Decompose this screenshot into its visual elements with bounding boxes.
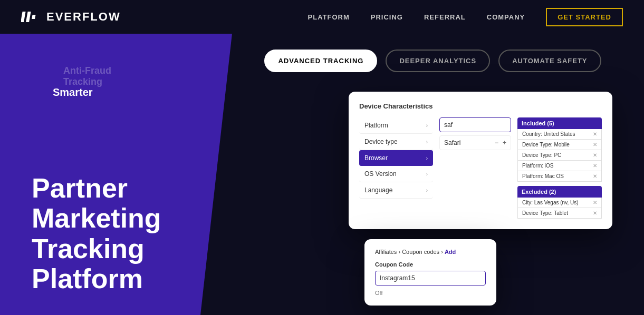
tag-city-vegas: City: Las Vegas (nv, Us) ✕	[517, 198, 602, 208]
excluded-header: Excluded (2)	[517, 186, 602, 198]
navbar: EVERFLOW PLATFORM PRICING REFERRAL COMPA…	[0, 0, 644, 34]
remove-tag-tablet[interactable]: ✕	[593, 210, 597, 216]
left-panel: Platform › Device type › Browser › OS Ve…	[359, 117, 433, 219]
get-started-button[interactable]: GET STARTED	[546, 8, 623, 26]
plus-icon[interactable]: +	[503, 139, 506, 146]
included-header: Included (5)	[517, 117, 602, 129]
card-title: Device Characteristics	[359, 102, 602, 110]
result-safari[interactable]: Safari − +	[439, 135, 511, 150]
card-body: Platform › Device type › Browser › OS Ve…	[359, 117, 602, 219]
remove-tag-pc[interactable]: ✕	[593, 152, 597, 158]
tab-automate-safety[interactable]: AUTOMATE SAFETY	[498, 50, 601, 72]
tag-device-tablet: Device Type: Tablet ✕	[517, 208, 602, 219]
list-item-platform[interactable]: Platform ›	[359, 117, 433, 134]
result-controls: − +	[495, 139, 506, 146]
tag-device-pc: Device Type: PC ✕	[517, 150, 602, 161]
right-panel: Included (5) Country: United States ✕ De…	[517, 117, 602, 219]
list-item-os-version[interactable]: OS Version ›	[359, 166, 433, 182]
nav-platform[interactable]: PLATFORM	[308, 13, 350, 21]
off-label: Off	[375, 290, 486, 296]
chevron-icon: ›	[426, 139, 428, 145]
breadcrumb: Affiliates › Coupon codes › Add	[375, 249, 486, 255]
chevron-icon: ›	[426, 155, 428, 161]
logo-area: EVERFLOW	[21, 7, 121, 26]
tag-platform-ios: Platform: iOS ✕	[517, 161, 602, 171]
anti-fraud-label: Anti-Fraud Tracking	[63, 65, 111, 87]
device-characteristics-card: Device Characteristics Platform › Device…	[349, 92, 612, 229]
tag-platform-macos: Platform: Mac OS ✕	[517, 171, 602, 182]
remove-tag-ios[interactable]: ✕	[593, 163, 597, 169]
middle-panel: Safari − +	[439, 117, 511, 219]
hero-left: Anti-Fraud Tracking Smarter Partner Mark…	[0, 34, 222, 315]
nav-referral[interactable]: REFERRAL	[424, 13, 466, 21]
list-item-device-type[interactable]: Device type ›	[359, 134, 433, 150]
remove-tag-country-us[interactable]: ✕	[593, 131, 597, 137]
hero-title: Partner Marketing Tracking Platform	[32, 173, 200, 294]
remove-tag-macos[interactable]: ✕	[593, 173, 597, 179]
tab-buttons: ADVANCED TRACKING DEEPER ANALYTICS AUTOM…	[264, 50, 601, 72]
smarter-label: Smarter	[53, 86, 93, 99]
svg-rect-2	[32, 15, 35, 19]
coupon-code-input[interactable]	[375, 271, 486, 286]
chevron-icon: ›	[426, 123, 428, 129]
hero-right: ADVANCED TRACKING DEEPER ANALYTICS AUTOM…	[222, 34, 644, 315]
coupon-code-label: Coupon Code	[375, 261, 486, 268]
chevron-icon: ›	[426, 188, 428, 193]
svg-rect-0	[21, 12, 26, 22]
chevron-icon: ›	[426, 171, 428, 177]
logo-icon	[21, 7, 40, 26]
list-item-browser[interactable]: Browser ›	[359, 150, 433, 166]
nav-pricing[interactable]: PRICING	[371, 13, 403, 21]
tab-advanced-tracking[interactable]: ADVANCED TRACKING	[264, 50, 377, 72]
tag-device-mobile: Device Type: Mobile ✕	[517, 140, 602, 150]
coupon-card: Affiliates › Coupon codes › Add Coupon C…	[364, 239, 496, 306]
logo-text: EVERFLOW	[46, 10, 121, 24]
tab-deeper-analytics[interactable]: DEEPER ANALYTICS	[386, 50, 490, 72]
hero: Anti-Fraud Tracking Smarter Partner Mark…	[0, 34, 644, 315]
svg-rect-1	[26, 12, 31, 22]
remove-tag-mobile[interactable]: ✕	[593, 142, 597, 147]
tag-country-us: Country: United States ✕	[517, 129, 602, 140]
minus-icon[interactable]: −	[495, 139, 498, 146]
nav-company[interactable]: COMPANY	[487, 13, 525, 21]
remove-tag-vegas[interactable]: ✕	[593, 200, 597, 205]
browser-search-input[interactable]	[439, 117, 511, 132]
nav-links: PLATFORM PRICING REFERRAL COMPANY GET ST…	[308, 8, 623, 26]
list-item-language[interactable]: Language ›	[359, 182, 433, 199]
